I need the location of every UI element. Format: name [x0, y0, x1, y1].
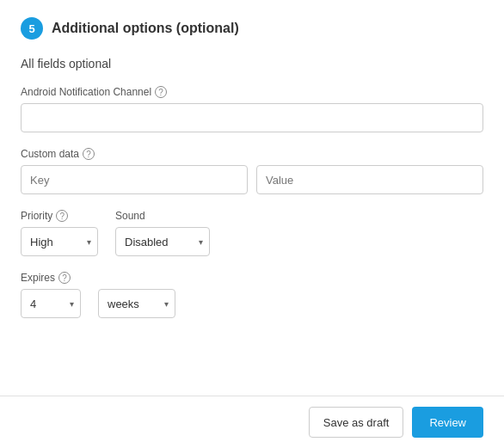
- expires-group: Expires ? 1 2 3 4 5 6 7 8 ▾: [21, 272, 483, 318]
- expires-help-icon[interactable]: ?: [58, 272, 71, 284]
- expires-number-select[interactable]: 1 2 3 4 5 6 7 8: [21, 289, 81, 318]
- priority-select[interactable]: High Normal Low: [21, 227, 98, 256]
- priority-label: Priority ?: [21, 210, 98, 222]
- sound-select-wrapper: Disabled Default Custom ▾: [115, 227, 210, 256]
- review-button[interactable]: Review: [412, 407, 483, 438]
- expires-unit-select[interactable]: minutes hours days weeks: [98, 289, 175, 318]
- android-notification-channel-group: Android Notification Channel ?: [21, 86, 483, 132]
- step-badge: 5: [21, 17, 43, 40]
- android-notification-channel-label: Android Notification Channel ?: [21, 86, 483, 98]
- fields-optional-label: All fields optional: [21, 57, 483, 71]
- main-content: 5 Additional options (optional) All fiel…: [0, 0, 504, 396]
- priority-help-icon[interactable]: ?: [56, 210, 68, 222]
- custom-data-value-input[interactable]: [256, 165, 483, 194]
- custom-data-group: Custom data ?: [21, 148, 483, 194]
- sound-label: Sound: [115, 210, 210, 222]
- section-header: 5 Additional options (optional): [21, 17, 483, 40]
- android-channel-help-icon[interactable]: ?: [155, 86, 167, 98]
- expires-unit-wrapper: minutes hours days weeks ▾: [98, 289, 175, 318]
- custom-data-label: Custom data ?: [21, 148, 483, 160]
- footer-bar: Save as draft Review: [0, 396, 504, 448]
- priority-select-wrapper: High Normal Low ▾: [21, 227, 98, 256]
- save-as-draft-button[interactable]: Save as draft: [309, 407, 404, 438]
- expires-number-wrapper: 1 2 3 4 5 6 7 8 ▾: [21, 289, 81, 318]
- priority-sound-inline: Priority ? High Normal Low ▾: [21, 210, 483, 256]
- android-notification-channel-input[interactable]: [21, 103, 483, 132]
- expires-label: Expires ?: [21, 272, 483, 284]
- priority-field: Priority ? High Normal Low ▾: [21, 210, 98, 256]
- sound-select[interactable]: Disabled Default Custom: [115, 227, 210, 256]
- page-container: 5 Additional options (optional) All fiel…: [0, 0, 504, 448]
- expires-inline: 1 2 3 4 5 6 7 8 ▾ minutes hours: [21, 289, 483, 318]
- priority-sound-group: Priority ? High Normal Low ▾: [21, 210, 483, 256]
- custom-data-help-icon[interactable]: ?: [83, 148, 95, 160]
- sound-field: Sound Disabled Default Custom ▾: [115, 210, 210, 256]
- section-title: Additional options (optional): [52, 21, 239, 36]
- custom-data-key-input[interactable]: [21, 165, 248, 194]
- custom-data-row: [21, 165, 483, 194]
